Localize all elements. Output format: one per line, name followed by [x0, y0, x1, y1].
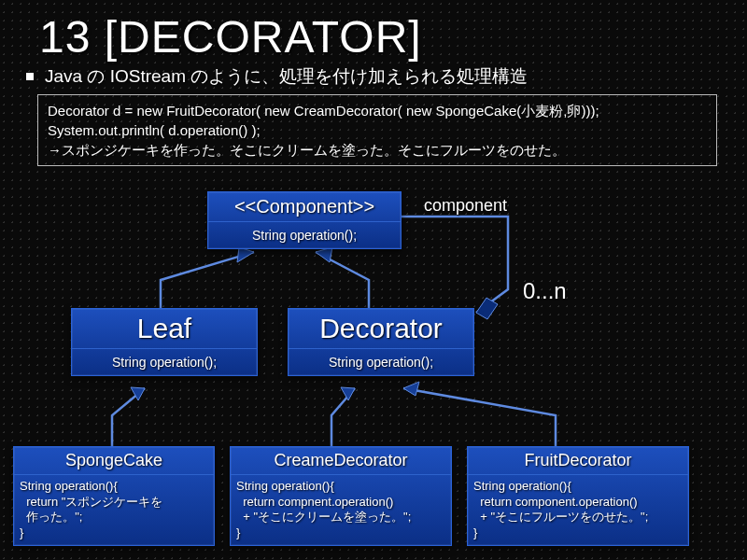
- class-component: <<Component>> String operation();: [207, 191, 402, 249]
- code-example-box: Decorator d = new FruitDecorator( new Cr…: [37, 94, 717, 166]
- class-header: Decorator: [289, 309, 473, 349]
- class-body: String operation(){ return compnent.oper…: [231, 475, 451, 545]
- class-creamedecorator: CreameDecorator String operation(){ retu…: [230, 446, 452, 546]
- class-decorator: Decorator String operation();: [288, 308, 474, 376]
- class-leaf: Leaf String operation();: [71, 308, 258, 376]
- code-line: Decorator d = new FruitDecorator( new Cr…: [48, 101, 707, 120]
- svg-marker-4: [341, 387, 355, 400]
- svg-marker-1: [316, 247, 332, 262]
- svg-marker-5: [403, 382, 419, 396]
- code-line: System.out.println( d.operation() );: [48, 120, 707, 140]
- slide-title: 13 [DECORATOR]: [0, 0, 747, 64]
- class-header: SpongeCake: [14, 447, 214, 475]
- class-spongecake: SpongeCake String operation(){ return "ス…: [13, 446, 215, 546]
- class-body: String operation(){ return component.ope…: [468, 475, 688, 545]
- subtitle-text: Java の IOStream のように、処理を付け加えられる処理構造: [45, 64, 528, 89]
- code-line: →スポンジケーキを作った。そこにクリームを塗った。そこにフルーツをのせた。: [48, 140, 707, 160]
- class-header: FruitDecorator: [468, 447, 688, 475]
- class-body: String operation();: [72, 349, 257, 375]
- assoc-label-component: component: [424, 196, 507, 216]
- multiplicity-label: 0...n: [523, 278, 567, 304]
- svg-marker-2: [476, 298, 498, 319]
- svg-marker-0: [237, 247, 254, 262]
- svg-marker-3: [131, 387, 145, 400]
- class-header: <<Component>>: [208, 192, 401, 222]
- bullet-icon: [26, 73, 34, 80]
- class-body: String operation();: [289, 349, 473, 375]
- class-fruitdecorator: FruitDecorator String operation(){ retur…: [467, 446, 689, 546]
- class-body: String operation(){ return "スポンジケーキを 作った…: [14, 475, 214, 545]
- class-body: String operation();: [208, 222, 401, 248]
- subtitle-row: Java の IOStream のように、処理を付け加えられる処理構造: [0, 64, 747, 89]
- class-header: CreameDecorator: [231, 447, 451, 475]
- class-header: Leaf: [72, 309, 257, 349]
